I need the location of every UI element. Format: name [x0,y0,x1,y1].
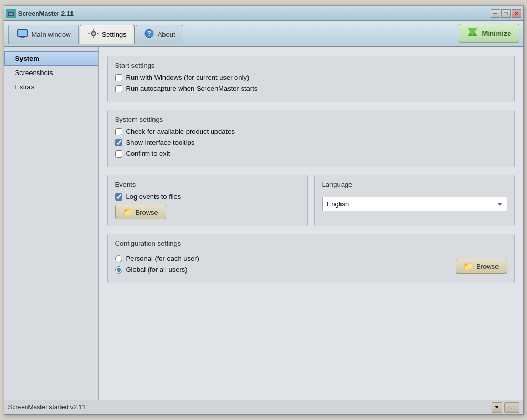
status-text: ScreenMaster started v2.11 [8,404,490,411]
run-autocapture-checkbox[interactable] [115,85,122,92]
run-with-windows-checkbox[interactable] [115,74,122,81]
svg-rect-1 [9,13,13,15]
tab-settings-label: Settings [102,30,127,38]
status-ellipsis-button[interactable]: ... [504,402,519,413]
language-group: Language English French German Spanish I… [314,175,515,226]
log-events-row[interactable]: Log events to files [115,193,300,201]
config-browse-button[interactable]: 📁 Browse [456,259,507,274]
window-title: ScreenMaster 2.11 [18,10,74,17]
about-icon: ? [143,28,155,41]
personal-config-label: Personal (for each user) [126,255,199,262]
show-tooltips-row[interactable]: Show interface tooltips [115,139,507,146]
config-settings-title: Configuration settings [115,239,507,247]
config-settings-group: Configuration settings Personal (for eac… [107,234,515,284]
system-settings-group: System settings Check for available prod… [107,110,515,167]
log-events-checkbox[interactable] [115,193,122,201]
status-arrow-button[interactable]: ▼ [492,402,502,413]
sidebar-item-extras[interactable]: Extras [4,80,98,94]
confirm-exit-label: Confirm to exit [126,150,170,158]
folder-icon-2: 📁 [463,261,473,271]
global-config-label: Global (for all users) [126,266,188,274]
title-buttons: ─ □ ✕ [491,9,521,18]
global-config-radio[interactable] [115,266,122,274]
main-window-icon [16,28,29,41]
tab-about[interactable]: ? About [136,25,183,44]
status-arrow-icon: ▼ [494,405,499,410]
folder-icon: 📁 [123,207,133,217]
minimize-title-btn[interactable]: ─ [491,9,500,18]
check-updates-checkbox[interactable] [115,128,122,135]
global-config-row[interactable]: Global (for all users) [115,266,435,274]
toolbar: Main window Settings ? [4,21,523,47]
svg-text:?: ? [147,30,151,37]
config-row: Personal (for each user) Global (for all… [115,251,507,277]
run-autocapture-label: Run autocapture when ScreenMaster starts [126,85,258,92]
config-radios: Personal (for each user) Global (for all… [115,251,435,277]
personal-config-radio[interactable] [115,255,122,262]
main-content: Start settings Run with Windows (for cur… [99,47,523,400]
title-bar-left: ScreenMaster 2.11 [6,9,74,18]
minimize-label: Minimize [482,29,511,37]
events-title: Events [115,181,300,188]
events-browse-label: Browse [136,208,158,216]
svg-point-7 [92,33,95,35]
svg-rect-10 [88,33,90,34]
svg-marker-5 [20,37,25,38]
confirm-exit-row[interactable]: Confirm to exit [115,150,507,158]
start-settings-title: Start settings [115,61,507,69]
run-autocapture-row[interactable]: Run autocapture when ScreenMaster starts [115,85,507,92]
maximize-title-btn[interactable]: □ [501,9,511,18]
close-title-btn[interactable]: ✕ [512,9,521,18]
main-window: ScreenMaster 2.11 ─ □ ✕ Main window [4,5,524,415]
svg-rect-8 [93,29,94,31]
events-group: Events Log events to files 📁 Browse [107,175,308,226]
tab-main-window-label: Main window [32,30,71,38]
status-bar: ScreenMaster started v2.11 ▼ ... [4,400,523,414]
minimize-button[interactable]: Minimize [459,24,519,43]
log-events-label: Log events to files [126,193,181,201]
language-select[interactable]: English French German Spanish Italian [322,197,507,211]
start-settings-group: Start settings Run with Windows (for cur… [107,56,515,102]
config-browse: 📁 Browse [456,255,507,274]
config-browse-label: Browse [476,262,499,270]
tab-about-label: About [158,30,175,38]
run-with-windows-row[interactable]: Run with Windows (for current user only) [115,74,507,81]
events-language-row: Events Log events to files 📁 Browse Lang… [107,175,515,234]
confirm-exit-checkbox[interactable] [115,150,122,158]
sidebar: System Screenshots Extras [4,47,99,400]
content-area: System Screenshots Extras Start settings… [4,47,523,400]
personal-config-row[interactable]: Personal (for each user) [115,255,435,262]
tab-main-window[interactable]: Main window [8,25,79,44]
app-icon [6,9,16,18]
tab-settings[interactable]: Settings [80,25,135,44]
settings-icon [88,28,99,41]
events-browse-button[interactable]: 📁 Browse [115,205,166,219]
minimize-icon [467,27,478,40]
run-with-windows-label: Run with Windows (for current user only) [126,74,250,81]
status-ellipsis-label: ... [509,404,514,411]
svg-rect-9 [93,36,94,38]
svg-rect-4 [18,30,27,36]
system-settings-title: System settings [115,116,507,123]
sidebar-item-system[interactable]: System [4,51,98,66]
show-tooltips-checkbox[interactable] [115,139,122,146]
sidebar-item-screenshots[interactable]: Screenshots [4,66,98,80]
svg-rect-11 [97,33,99,34]
show-tooltips-label: Show interface tooltips [126,139,195,146]
title-bar: ScreenMaster 2.11 ─ □ ✕ [4,6,523,21]
language-title: Language [322,181,507,188]
check-updates-label: Check for available product updates [126,128,235,135]
check-updates-row[interactable]: Check for available product updates [115,128,507,135]
